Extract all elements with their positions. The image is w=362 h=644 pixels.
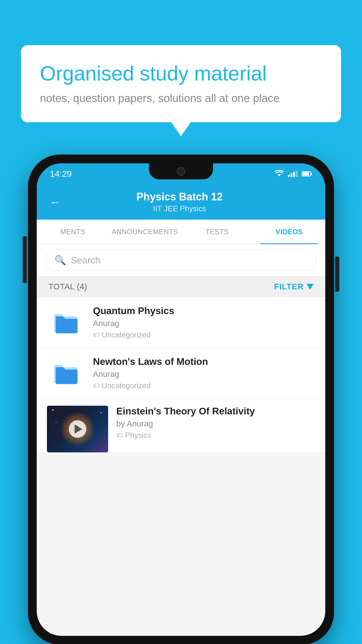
status-time: 14:29: [50, 169, 72, 179]
wifi-icon: [275, 170, 284, 178]
play-triangle-icon: [75, 424, 82, 434]
battery-icon: [302, 171, 312, 177]
svg-rect-3: [303, 172, 309, 176]
search-icon: 🔍: [55, 255, 66, 266]
search-container: 🔍 Search: [37, 244, 325, 276]
star: [101, 412, 102, 413]
video-tag: Uncategorized: [102, 381, 151, 390]
list-item[interactable]: Newton's Laws of Motion Anurag 🏷 Uncateg…: [37, 348, 325, 399]
app-header: ← Physics Batch 12 IIT JEE Physics: [37, 184, 325, 220]
back-button[interactable]: ←: [50, 196, 60, 208]
video-title: Quantum Physics: [93, 305, 315, 316]
video-tag-row: 🏷 Uncategorized: [93, 330, 315, 340]
filter-icon: [307, 284, 314, 290]
list-item[interactable]: Einstein's Theory Of Relativity by Anura…: [37, 399, 325, 453]
video-author: Anurag: [93, 370, 315, 379]
video-tag: Physics: [125, 431, 151, 440]
tab-videos[interactable]: VIDEOS: [253, 220, 326, 244]
tab-announcements[interactable]: ANNOUNCEMENTS: [109, 220, 181, 244]
video-author: by Anurag: [116, 419, 315, 428]
header-title: Physics Batch 12: [69, 191, 290, 203]
phone-screen: 14:29: [37, 163, 325, 636]
tab-tests[interactable]: TESTS: [181, 220, 253, 244]
einstein-thumbnail: [47, 406, 108, 452]
svg-rect-7: [56, 370, 78, 384]
total-count-label: TOTAL (4): [48, 282, 87, 291]
speech-bubble-container: Organised study material notes, question…: [21, 45, 341, 122]
video-info: Quantum Physics Anurag 🏷 Uncategorized: [93, 305, 315, 340]
tag-icon: 🏷: [93, 382, 99, 390]
status-icons: [275, 170, 312, 178]
phone-power-button: [335, 257, 339, 292]
video-tag: Uncategorized: [102, 330, 151, 340]
speech-bubble-subtitle: notes, question papers, solutions all at…: [40, 92, 322, 105]
front-camera: [177, 167, 185, 176]
folder-icon-container: [47, 359, 85, 388]
search-box[interactable]: 🔍 Search: [45, 250, 317, 271]
speech-bubble-title: Organised study material: [40, 61, 322, 86]
video-info: Einstein's Theory Of Relativity by Anura…: [116, 406, 315, 447]
filter-bar: TOTAL (4) FILTER: [37, 276, 325, 297]
search-input[interactable]: Search: [71, 255, 100, 266]
list-item[interactable]: Quantum Physics Anurag 🏷 Uncategorized: [37, 297, 325, 348]
video-info: Newton's Laws of Motion Anurag 🏷 Uncateg…: [93, 356, 315, 390]
speech-bubble: Organised study material notes, question…: [21, 45, 341, 122]
svg-marker-0: [277, 174, 281, 176]
folder-icon: [53, 310, 79, 335]
video-list: Quantum Physics Anurag 🏷 Uncategorized: [37, 297, 325, 453]
phone-notch: [149, 163, 213, 179]
play-button[interactable]: [69, 420, 86, 438]
phone-outer: 14:29: [28, 155, 334, 644]
star: [52, 409, 54, 411]
video-tag-row: 🏷 Uncategorized: [93, 381, 315, 390]
tag-icon: 🏷: [116, 432, 123, 439]
folder-icon-container: [47, 308, 85, 337]
video-title: Newton's Laws of Motion: [93, 356, 315, 367]
video-author: Anurag: [93, 319, 315, 328]
phone-container: 14:29: [28, 155, 334, 644]
tab-ments[interactable]: MENTS: [37, 220, 109, 244]
tabs-container: MENTS ANNOUNCEMENTS TESTS VIDEOS: [37, 220, 325, 244]
svg-rect-2: [311, 173, 312, 175]
folder-icon: [53, 361, 79, 386]
video-title: Einstein's Theory Of Relativity: [116, 406, 315, 417]
tag-icon: 🏷: [93, 331, 99, 339]
svg-rect-5: [56, 319, 78, 333]
signal-icon: [288, 171, 298, 177]
header-center: Physics Batch 12 IIT JEE Physics: [69, 191, 290, 213]
header-subtitle: IIT JEE Physics: [69, 204, 290, 213]
video-tag-row: 🏷 Physics: [116, 431, 315, 440]
filter-button[interactable]: FILTER: [274, 282, 314, 291]
star: [56, 422, 57, 423]
